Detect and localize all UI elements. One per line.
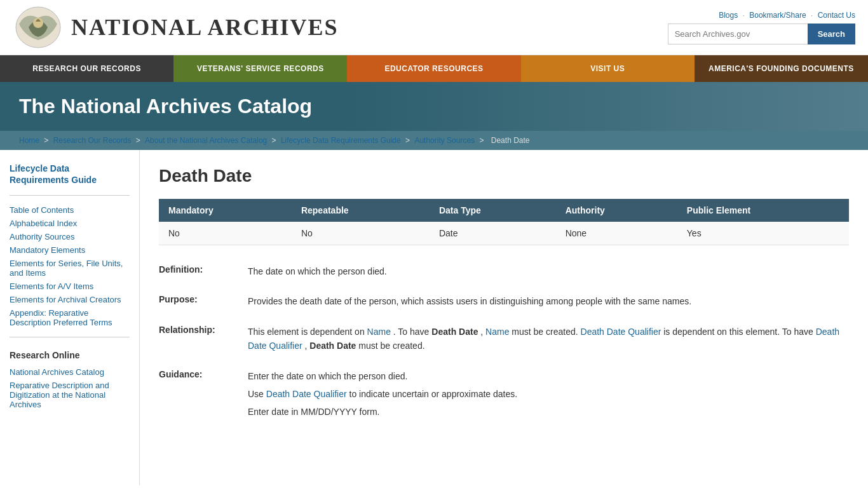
nav-item-research[interactable]: RESEARCH OUR RECORDS [0,55,173,82]
top-links: Blogs · Bookmark/Share · Contact Us [719,11,855,20]
breadcrumb-home[interactable]: Home [19,136,39,145]
banner-title: The National Archives Catalog [19,95,849,118]
sidebar-item-alpha[interactable]: Alphabetical Index [10,217,130,230]
bookmark-link[interactable]: Bookmark/Share [749,11,806,20]
rel-bold2: Death Date [309,341,356,351]
col-repeatable: Repeatable [292,199,430,222]
rel-mid3: is dependent on this element. To have [663,327,815,337]
guidance-ddq-link[interactable]: Death Date Qualifier [266,389,347,399]
table-row: No No Date None Yes [159,222,849,245]
rel-mid1: . To have [393,327,431,337]
rel-mid2: must be created. [512,327,580,337]
sidebar-item-reparative[interactable]: Reparative Description and Digitization … [10,379,130,411]
sidebar-item-mandatory[interactable]: Mandatory Elements [10,243,130,257]
national-archives-logo [13,5,64,50]
nav-item-veterans[interactable]: VETERANS' SERVICE RECORDS [173,55,347,82]
sidebar-divider-2 [10,337,130,337]
cell-datatype: Date [430,222,556,245]
rel-intro: This element is dependent on [248,327,365,337]
col-datatype: Data Type [430,199,556,222]
purpose-text: Provides the death date of the person, w… [248,294,849,308]
search-button[interactable]: Search [808,24,855,44]
nav-item-founding[interactable]: AMERICA'S FOUNDING DOCUMENTS [695,55,868,82]
sidebar-divider-1 [10,195,130,196]
rel-ddq-link-1[interactable]: Death Date Qualifier [581,327,661,337]
banner: The National Archives Catalog [0,82,868,131]
content-area: Death Date Mandatory Repeatable Data Typ… [140,150,868,485]
definition-label: Definition: [159,264,248,274]
page-title: Death Date [159,166,849,186]
relationship-section: Relationship: This element is dependent … [159,325,849,353]
breadcrumb-about[interactable]: About the National Archives Catalog [145,136,267,145]
breadcrumb-lifecycle[interactable]: Lifecycle Data Requirements Guide [281,136,401,145]
breadcrumb: Home > Research Our Records > About the … [0,131,868,150]
rel-end: must be created. [358,341,424,351]
guidance-section: Guidance: Enter the date on which the pe… [159,369,849,423]
nav-item-visit[interactable]: VISIT US [521,55,695,82]
sidebar-research-title: Research Online [10,350,130,360]
purpose-section: Purpose: Provides the death date of the … [159,294,849,308]
guidance-line-1: Enter the date on which the person died. [248,369,849,383]
definition-text: The date on which the person died. [248,264,849,278]
sidebar: Lifecycle Data Requirements Guide Table … [0,150,140,485]
logo-area: NATIONAL ARCHIVES [13,5,338,50]
col-authority: Authority [556,199,677,222]
guidance-label: Guidance: [159,369,248,379]
sidebar-item-elements-archival[interactable]: Elements for Archival Creators [10,293,130,306]
top-bar: NATIONAL ARCHIVES Blogs · Bookmark/Share… [0,0,868,55]
search-bar: Search [668,24,855,44]
table-header-row: Mandatory Repeatable Data Type Authority… [159,199,849,222]
breadcrumb-authority[interactable]: Authority Sources [414,136,475,145]
cell-mandatory: No [159,222,292,245]
sidebar-item-catalog[interactable]: National Archives Catalog [10,365,130,379]
rel-bold1: Death Date [431,327,478,337]
sidebar-item-elements-av[interactable]: Elements for A/V Items [10,280,130,293]
breadcrumb-current: Death Date [491,136,530,145]
site-title: NATIONAL ARCHIVES [71,14,338,41]
purpose-label: Purpose: [159,294,248,304]
metadata-table: Mandatory Repeatable Data Type Authority… [159,199,849,245]
guidance-text: Enter the date on which the person died.… [248,369,849,423]
top-right-area: Blogs · Bookmark/Share · Contact Us Sear… [668,11,855,44]
main-layout: Lifecycle Data Requirements Guide Table … [0,150,868,485]
nav-item-educator[interactable]: EDUCATOR RESOURCES [347,55,520,82]
rel-name-link-1[interactable]: Name [367,327,391,337]
guidance-line-2: Use Death Date Qualifier to indicate unc… [248,387,849,401]
search-input[interactable] [668,24,808,44]
rel-name-link-2[interactable]: Name [485,327,509,337]
relationship-text: This element is dependent on Name . To h… [248,325,849,353]
contact-link[interactable]: Contact Us [818,11,855,20]
col-mandatory: Mandatory [159,199,292,222]
sidebar-item-appendix[interactable]: Appendix: Reparative Description Preferr… [10,306,130,329]
blogs-link[interactable]: Blogs [719,11,738,20]
nav-bar: RESEARCH OUR RECORDS VETERANS' SERVICE R… [0,55,868,82]
relationship-label: Relationship: [159,325,248,335]
breadcrumb-research[interactable]: Research Our Records [53,136,132,145]
sidebar-lifecycle-link[interactable]: Lifecycle Data Requirements Guide [10,163,130,186]
col-public: Public Element [677,199,849,222]
sidebar-item-toc[interactable]: Table of Contents [10,203,130,217]
cell-authority: None [556,222,677,245]
definition-section: Definition: The date on which the person… [159,264,849,278]
guidance-line-3: Enter date in MM/DD/YYYY form. [248,405,849,419]
cell-repeatable: No [292,222,430,245]
sidebar-item-elements-series[interactable]: Elements for Series, File Units, and Ite… [10,257,130,280]
sidebar-item-authority[interactable]: Authority Sources [10,230,130,243]
cell-public: Yes [677,222,849,245]
